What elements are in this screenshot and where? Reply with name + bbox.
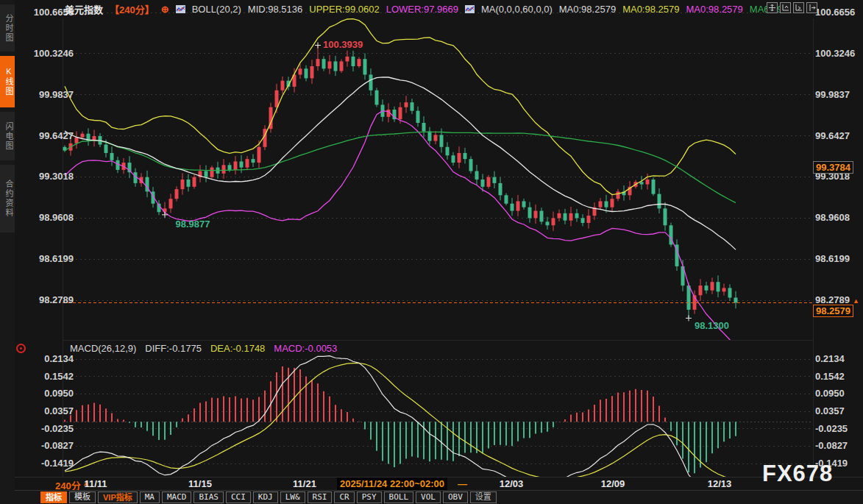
- toolbar-button-cci[interactable]: CCI: [226, 491, 251, 503]
- macd-tick-right: 0.0950: [815, 388, 845, 399]
- price-alert-arrow-icon: ▲: [853, 297, 859, 305]
- toolbar-button-settings[interactable]: 设置: [470, 491, 497, 503]
- x-axis-date-label: 11/15: [188, 478, 212, 489]
- toolbar-button-macd[interactable]: MACD: [162, 491, 192, 503]
- y-axis-tick-right: 98.2789▲: [815, 294, 859, 305]
- ma-indicator-icon: [465, 5, 475, 13]
- macd-tick-left: -0.0235: [22, 423, 74, 434]
- toolbar-button-rsi[interactable]: RSI: [308, 491, 333, 503]
- macd-tick-right: 0.0357: [815, 405, 845, 416]
- boll-lower-value: LOWER:97.9669: [386, 4, 458, 15]
- toolbar-button-vol[interactable]: VOL: [416, 491, 441, 503]
- macd-tick-left: 0.1542: [22, 371, 74, 382]
- chart-canvas[interactable]: 100.393998.987798.1300: [0, 0, 863, 504]
- crosshair-dash: —: [458, 478, 467, 489]
- toolbar-button-vip-indicator[interactable]: VIP指标: [98, 491, 138, 503]
- axis-pan-right-icon[interactable]: [793, 2, 804, 13]
- axis-zoom-up-icon[interactable]: [780, 2, 791, 13]
- macd-settings-icon[interactable]: [16, 344, 26, 353]
- crosshair-date-label: 2025/11/24 22:00~02:00: [337, 478, 447, 490]
- boll-label: BOLL(20,2): [192, 4, 241, 15]
- macd-tick-right: 0.1542: [815, 371, 845, 382]
- toolbar-button-cr[interactable]: CR: [334, 491, 354, 503]
- macd-macd-value: MACD:-0.0053: [274, 343, 337, 354]
- y-axis-tick-left: 99.3018: [22, 171, 74, 182]
- y-axis-tick-left: 98.2789: [22, 294, 74, 305]
- sidebar-tab-kline-chart[interactable]: K线图: [0, 56, 15, 107]
- link-icon[interactable]: ⊕: [161, 4, 169, 15]
- symbol-title: 美元指数: [65, 2, 103, 16]
- x-axis-date-label: 12/03: [500, 478, 524, 489]
- sidebar-tab-flash-chart[interactable]: 闪电图: [0, 112, 15, 160]
- macd-tick-left: 0.0950: [22, 388, 74, 399]
- shift-view-right-icon[interactable]: [806, 2, 817, 13]
- macd-tick-left: 0.0357: [22, 405, 74, 416]
- sidebar-tab-time-chart[interactable]: 分时图: [0, 4, 15, 52]
- macd-dea-value: DEA:-0.1748: [210, 343, 265, 354]
- y-axis-tick-left: 98.6199: [22, 253, 74, 264]
- macd-tick-right: 0.2134: [815, 353, 845, 364]
- y-axis-tick-left: 99.9837: [22, 89, 74, 100]
- chart-header: 美元指数 【240分】 ⊕ BOLL(20,2) MID:98.5136 UPP…: [65, 2, 783, 15]
- header-toolbar: [767, 2, 817, 13]
- chart-app: 100.393998.987798.1300 分时图K线图闪电图合约资料 美元指…: [0, 0, 863, 504]
- x-axis-date-label: 11/11: [84, 478, 107, 489]
- toolbar-button-obv[interactable]: OBV: [443, 491, 468, 503]
- sidebar-tab-contract-info[interactable]: 合约资料: [0, 165, 15, 233]
- boll-indicator-icon: [176, 5, 185, 13]
- period-tag: 【240分】: [110, 2, 155, 16]
- y-axis-tick-left: 98.9608: [22, 212, 74, 223]
- y-axis-tick-right: 100.3246: [815, 48, 855, 59]
- boll-upper-value: UPPER:99.0602: [309, 4, 379, 15]
- ma0-value-3: MA0:98.2579: [686, 4, 742, 15]
- toolbar-button-bias[interactable]: BIAS: [193, 491, 224, 503]
- y-axis-tick-right: 99.9837: [815, 89, 850, 100]
- price-marker-badge: 99.3784: [813, 161, 853, 174]
- y-axis-tick-right: 98.9608: [815, 212, 850, 223]
- price-annotation: 98.1300: [695, 320, 729, 331]
- toolbar-button-boll[interactable]: BOLL: [384, 491, 414, 503]
- macd-tick-right: -0.0827: [815, 440, 848, 451]
- y-axis-tick-right: 98.6199: [815, 253, 850, 264]
- y-axis-tick-right: 99.6427: [815, 130, 850, 141]
- ma0-value-1: MA0:98.2579: [559, 4, 616, 15]
- boll-mid-value: MID:98.5136: [248, 4, 302, 15]
- x-axis-date-label: 12/09: [601, 478, 625, 489]
- macd-tick-right: -0.0235: [815, 423, 848, 434]
- ma-label: MA(0,0,0,60,0,0): [481, 4, 553, 15]
- price-annotation: 98.9877: [176, 219, 210, 230]
- toolbar-button-template[interactable]: 模板: [69, 491, 96, 503]
- macd-tick-left: -0.1419: [22, 458, 74, 469]
- indicator-toolbar: 指标模板VIP指标MAMACDBIASCCIKDJLW&RSICRPSYBOLL…: [0, 490, 863, 504]
- y-axis-tick-left: 100.3246: [22, 48, 74, 59]
- ma0-value-2: MA0:98.2579: [622, 4, 679, 15]
- macd-title: MACD(26,12,9): [70, 343, 136, 354]
- x-axis-date-label: 12/13: [708, 478, 732, 489]
- toolbar-button-indicator[interactable]: 指标: [40, 491, 67, 503]
- toolbar-button-lw[interactable]: LW&: [280, 491, 305, 503]
- y-axis-tick-right: 100.6656: [815, 7, 855, 18]
- macd-header: MACD(26,12,9) DIFF:-0.1775 DEA:-0.1748 M…: [70, 343, 337, 354]
- macd-tick-left: -0.0827: [22, 440, 74, 451]
- price-annotation: 100.3939: [323, 39, 363, 50]
- macd-tick-left: 0.2134: [22, 353, 74, 364]
- x-axis-row: 240分 ▲ 11/1111/1511/2112/0312/0912/13 20…: [0, 477, 863, 491]
- toolbar-button-psy[interactable]: PSY: [357, 491, 382, 503]
- last-price-badge: 98.2579: [813, 305, 853, 317]
- fx678-watermark: FX678: [762, 461, 833, 487]
- toolbar-button-kdj[interactable]: KDJ: [253, 491, 278, 503]
- y-axis-tick-left: 99.6427: [22, 130, 74, 141]
- macd-diff-value: DIFF:-0.1775: [145, 343, 202, 354]
- toolbar-button-ma[interactable]: MA: [140, 491, 160, 503]
- x-axis-date-label: 11/21: [293, 478, 316, 489]
- sidebar: 分时图K线图闪电图合约资料: [0, 0, 15, 504]
- move-tool-icon[interactable]: [767, 2, 778, 13]
